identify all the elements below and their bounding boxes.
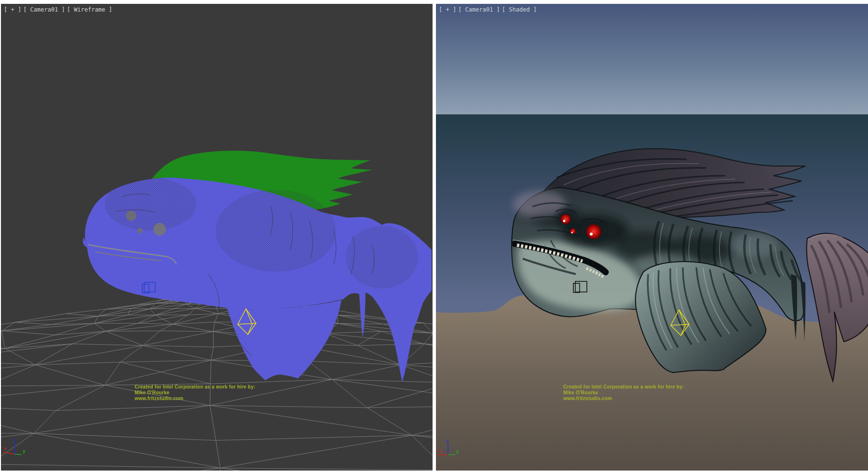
world-axis-tripod: x z y xyxy=(436,437,465,461)
credit-line-3: www.fritzstudio.com xyxy=(135,396,255,402)
dual-viewport-workspace: [ + ] [ Camera01 ] [ Wireframe ] xyxy=(0,0,868,472)
axis-y-label: y xyxy=(456,449,459,454)
axis-z-label: z xyxy=(446,438,448,443)
viewport-menu-maximize[interactable]: [ + ] xyxy=(4,6,21,13)
viewport-left-wireframe[interactable]: [ + ] [ Camera01 ] [ Wireframe ] xyxy=(1,4,433,471)
stipple-patch-mid xyxy=(216,190,336,272)
viewport-menu-shading[interactable]: [ Shaded ] xyxy=(502,6,537,13)
eye-red-small xyxy=(570,228,576,234)
axis-x-label: x xyxy=(4,446,7,451)
viewport-menu-camera[interactable]: [ Camera01 ] xyxy=(23,6,65,13)
viewport-right-shaded[interactable]: [ + ] [ Camera01 ] [ Shaded ] xyxy=(436,4,868,471)
credit-line-3: www.fritzstudio.com xyxy=(563,396,684,402)
eye-spot-right xyxy=(153,223,166,236)
eye-red-left xyxy=(561,214,571,224)
credit-line-1: Created for Intel Corporation as a work … xyxy=(563,384,684,390)
eye-spot-small xyxy=(137,228,143,234)
world-axis-tripod: x z y xyxy=(2,437,31,461)
credit-line-2: Mike O'Rourke xyxy=(135,390,255,396)
credit-line-2: Mike O'Rourke xyxy=(563,390,684,396)
viewport-menu-camera[interactable]: [ Camera01 ] xyxy=(458,6,500,13)
sky-backdrop xyxy=(436,4,868,114)
viewport-label-left: [ + ] [ Camera01 ] [ Wireframe ] xyxy=(4,6,112,13)
viewport-menu-shading[interactable]: [ Wireframe ] xyxy=(67,6,112,13)
axis-y-label: y xyxy=(23,449,26,454)
axis-z-label: z xyxy=(13,438,15,443)
credit-line-1: Created for Intel Corporation as a work … xyxy=(135,384,255,390)
viewport-menu-maximize[interactable]: [ + ] xyxy=(439,6,456,13)
stipple-patch-head xyxy=(105,178,196,231)
scene-credit-text: Created for Intel Corporation as a work … xyxy=(563,384,684,402)
scene-credit-text: Created for Intel Corporation as a work … xyxy=(135,384,255,402)
eye-red-big xyxy=(586,224,601,239)
axis-x-label: x xyxy=(438,448,441,453)
eye-spot-left xyxy=(126,211,136,221)
viewport-label-right: [ + ] [ Camera01 ] [ Shaded ] xyxy=(439,6,537,13)
stipple-patch-rear xyxy=(346,226,418,289)
